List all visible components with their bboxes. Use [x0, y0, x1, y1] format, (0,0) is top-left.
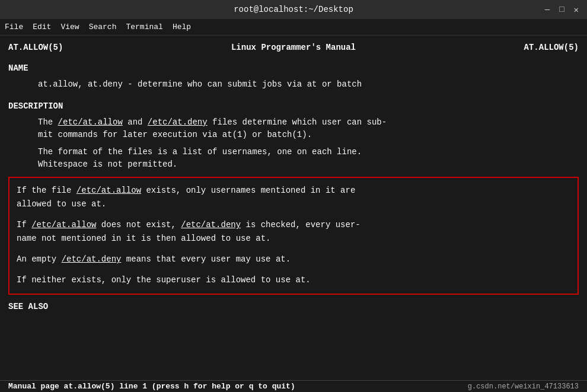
header-right: AT.ALLOW(5): [524, 42, 579, 54]
box-l3-link1: /etc/at.allow: [31, 220, 96, 230]
box-l4: name not mentioned in it is then allowed…: [17, 234, 270, 243]
name-content: at.allow, at.deny - determine who can su…: [8, 78, 579, 91]
box-l2: allowed to use at.: [17, 199, 106, 209]
terminal-window: root@localhost:~/Desktop — □ ✕ File Edit…: [0, 0, 587, 392]
box-l3-link2: /etc/at.deny: [181, 220, 241, 230]
section-description-label: DESCRIPTION: [8, 100, 579, 113]
desc-p1-post: files determine which user can sub-: [208, 117, 387, 127]
box-l6: If neither exists, only the superuser is…: [17, 275, 311, 285]
window-title: root@localhost:~/Desktop: [234, 5, 353, 14]
watermark-text: g.csdn.net/weixin_47133613: [468, 383, 579, 391]
menu-help[interactable]: Help: [173, 23, 191, 31]
window-controls: — □ ✕: [543, 5, 581, 15]
man-header: AT.ALLOW(5) Linux Programmer's Manual AT…: [8, 42, 579, 54]
desc-link1: /etc/at.allow: [58, 117, 123, 127]
box-l5-link: /etc/at.deny: [62, 254, 122, 264]
minimize-button[interactable]: —: [543, 5, 552, 15]
terminal-content: AT.ALLOW(5) Linux Programmer's Manual AT…: [0, 36, 587, 380]
header-center: Linux Programmer's Manual: [231, 42, 356, 54]
box-l3-mid: does not exist,: [96, 220, 181, 230]
box-l1-post: exists, only usernames mentioned in it a…: [141, 186, 355, 195]
menu-file[interactable]: File: [5, 23, 23, 31]
box-para3: An empty /etc/at.deny means that every u…: [17, 253, 570, 266]
box-para2: If /etc/at.allow does not exist, /etc/at…: [17, 218, 570, 246]
box-l5-pre: An empty: [17, 254, 62, 264]
desc-link2: /etc/at.deny: [148, 117, 208, 127]
maximize-button[interactable]: □: [557, 5, 566, 15]
box-l3-pre: If: [17, 220, 31, 230]
desc-p1-pre: The: [38, 117, 58, 127]
box-l1-link: /etc/at.allow: [76, 186, 141, 195]
desc-p2: The format of the files is a list of use…: [38, 147, 362, 157]
box-l3-post: is checked, every user-: [241, 220, 361, 230]
section-seealso-label: SEE ALSO: [8, 301, 579, 313]
menu-search[interactable]: Search: [89, 23, 117, 31]
menu-terminal[interactable]: Terminal: [126, 23, 162, 31]
title-bar: root@localhost:~/Desktop — □ ✕: [0, 0, 587, 19]
box-l1-pre: If the file: [17, 186, 76, 195]
box-l5-post: means that every user may use at.: [121, 254, 291, 264]
header-left: AT.ALLOW(5): [8, 42, 63, 54]
highlighted-box: If the file /etc/at.allow exists, only u…: [8, 177, 579, 295]
desc-p1-cont: mit commands for later execution via at(…: [38, 130, 312, 139]
box-para4: If neither exists, only the superuser is…: [17, 273, 570, 287]
status-text: Manual page at.allow(5) line 1 (press h …: [8, 382, 295, 391]
desc-p1-mid: and: [123, 117, 148, 127]
menu-edit[interactable]: Edit: [33, 23, 51, 31]
close-button[interactable]: ✕: [572, 5, 581, 15]
status-bar: Manual page at.allow(5) line 1 (press h …: [0, 380, 587, 392]
description-para2: The format of the files is a list of use…: [8, 146, 579, 171]
menu-bar: File Edit View Search Terminal Help: [0, 19, 587, 36]
section-name-label: NAME: [8, 62, 579, 75]
desc-p2-cont: Whitespace is not permitted.: [38, 160, 177, 169]
description-para1: The /etc/at.allow and /etc/at.deny files…: [8, 116, 579, 141]
menu-view[interactable]: View: [60, 23, 79, 31]
box-para1: If the file /etc/at.allow exists, only u…: [17, 184, 570, 211]
